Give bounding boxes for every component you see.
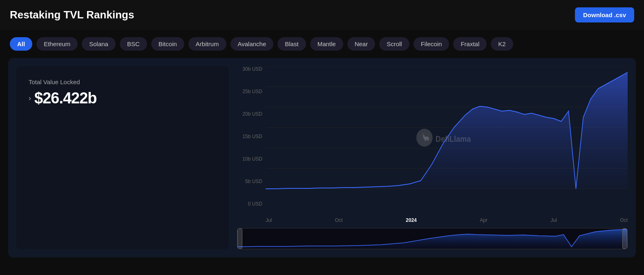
y-axis-label: 5b USD: [237, 179, 266, 184]
svg-text:DefiLlama: DefiLlama: [436, 134, 471, 143]
header: Restaking TVL Rankings Download .csv: [0, 0, 644, 30]
tvl-value-row: › $26.422b: [29, 89, 217, 107]
x-axis-label: 2024: [406, 217, 417, 223]
filter-bar: AllEthereumSolanaBSCBitcoinArbitrumAvala…: [0, 30, 644, 58]
filter-tab-fraxtal[interactable]: Fraxtal: [453, 37, 487, 51]
chart-wrapper: 30b USD25b USD20b USD15b USD10b USD5b US…: [237, 66, 628, 223]
y-axis-label: 20b USD: [237, 111, 266, 117]
x-axis-label: Jul: [550, 217, 557, 223]
download-button[interactable]: Download .csv: [575, 7, 634, 22]
y-axis-label: 15b USD: [237, 134, 266, 139]
filter-tab-solana[interactable]: Solana: [82, 37, 116, 51]
minimap-handle-left[interactable]: [237, 228, 242, 249]
chevron-right-icon: ›: [29, 94, 31, 103]
minimap[interactable]: [237, 228, 628, 249]
filter-tab-avalanche[interactable]: Avalanche: [230, 37, 274, 51]
y-axis-label: 25b USD: [237, 89, 266, 94]
y-axis-label: 0 USD: [237, 201, 266, 207]
x-axis-label: Jul: [266, 217, 272, 223]
main-chart: 🦙 DefiLlama: [266, 66, 628, 213]
filter-tab-k2[interactable]: K2: [491, 37, 513, 51]
filter-tab-ethereum[interactable]: Ethereum: [36, 37, 78, 51]
main-content: Total Value Locked › $26.422b 30b USD25b…: [8, 58, 636, 257]
tvl-value: $26.422b: [34, 89, 97, 107]
left-panel: Total Value Locked › $26.422b: [16, 66, 229, 249]
y-axis-label: 10b USD: [237, 156, 266, 162]
y-axis-label: 30b USD: [237, 66, 266, 72]
filter-tab-all[interactable]: All: [10, 37, 32, 51]
page-title: Restaking TVL Rankings: [10, 9, 134, 21]
filter-tab-scroll[interactable]: Scroll: [379, 37, 409, 51]
filter-tab-blast[interactable]: Blast: [277, 37, 306, 51]
filter-tab-bsc[interactable]: BSC: [120, 37, 147, 51]
y-axis-labels: 30b USD25b USD20b USD15b USD10b USD5b US…: [237, 66, 266, 207]
x-axis-labels: JulOct2024AprJulOct: [237, 216, 628, 223]
x-axis-label: Oct: [335, 217, 343, 223]
x-axis-label: Apr: [480, 217, 487, 223]
filter-tab-arbitrum[interactable]: Arbitrum: [188, 37, 226, 51]
filter-tab-mantle[interactable]: Mantle: [310, 37, 343, 51]
filter-tab-filecoin[interactable]: Filecoin: [414, 37, 449, 51]
filter-tab-bitcoin[interactable]: Bitcoin: [151, 37, 184, 51]
x-axis-label: Oct: [620, 217, 628, 223]
filter-tab-near[interactable]: Near: [347, 37, 376, 51]
minimap-handle-right[interactable]: [622, 228, 627, 249]
chart-area: 30b USD25b USD20b USD15b USD10b USD5b US…: [229, 66, 628, 249]
tvl-label: Total Value Locked: [29, 78, 217, 85]
svg-text:🦙: 🦙: [421, 132, 432, 143]
